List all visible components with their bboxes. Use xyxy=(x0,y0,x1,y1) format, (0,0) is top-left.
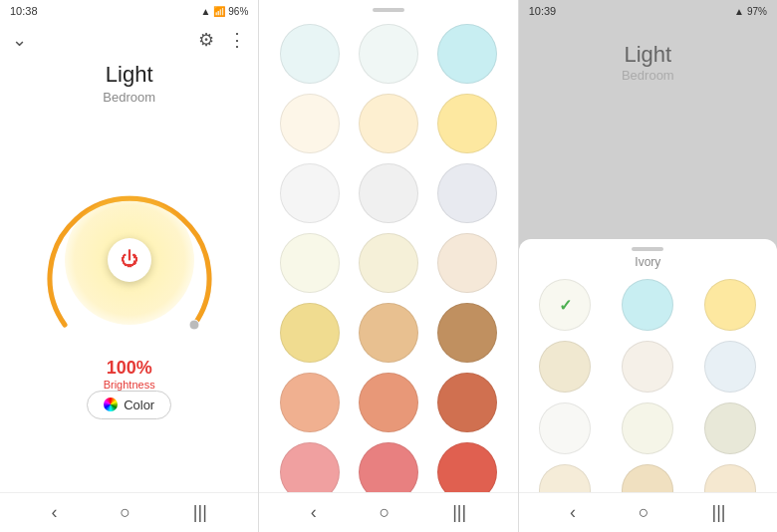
color-circle-p3-10[interactable] xyxy=(622,464,673,492)
bottom-nav-1: ‹ ○ ||| xyxy=(0,492,258,532)
color-circle-p3-11[interactable] xyxy=(704,464,756,492)
color-circle-p3-5[interactable] xyxy=(704,341,756,393)
color-circle-8[interactable] xyxy=(437,163,497,223)
panel3-color-grid: ✓ xyxy=(519,275,777,492)
color-circle-11[interactable] xyxy=(437,233,497,293)
color-grid xyxy=(259,16,517,492)
settings-icon[interactable]: ⚙ xyxy=(198,29,214,51)
ivory-label: Ivory xyxy=(519,255,777,275)
wifi-icon: ▲ xyxy=(200,6,210,17)
color-circle-1[interactable] xyxy=(359,24,418,84)
color-circle-p3-9[interactable] xyxy=(539,464,591,492)
brightness-container: ⏻ 100% Brightness Color xyxy=(0,107,258,492)
color-circle-2[interactable] xyxy=(437,24,497,84)
chevron-down-icon[interactable]: ⌄ xyxy=(12,29,27,51)
drag-bar-3 xyxy=(632,247,663,251)
color-circle-12[interactable] xyxy=(280,303,340,363)
color-circle-3[interactable] xyxy=(280,94,340,153)
nav-actions: ⚙ ⋮ xyxy=(198,29,246,51)
color-circle-0[interactable] xyxy=(280,24,340,84)
brightness-percent: 100% xyxy=(104,358,155,379)
color-button[interactable]: Color xyxy=(87,391,171,419)
panel3-title: Light xyxy=(624,42,671,68)
back-nav-icon[interactable]: ‹ xyxy=(51,502,57,523)
color-wheel-icon xyxy=(104,398,118,411)
color-circle-20[interactable] xyxy=(437,442,497,492)
color-circle-15[interactable] xyxy=(280,373,340,432)
brightness-circle-wrapper[interactable]: ⏻ xyxy=(40,170,219,350)
selected-checkmark: ✓ xyxy=(559,296,572,315)
drag-handle-3 xyxy=(519,239,777,255)
color-circle-9[interactable] xyxy=(280,233,340,293)
panel3: 10:39 ▲ 97% Light Bedroom Ivory ✓ ‹ ○ xyxy=(519,0,777,532)
color-circle-p3-6[interactable] xyxy=(539,402,591,454)
color-circle-10[interactable] xyxy=(359,233,418,293)
status-bar-1: 10:38 ▲ 📶 96% xyxy=(0,0,258,22)
home-nav-icon-2[interactable]: ○ xyxy=(380,502,390,523)
color-circle-16[interactable] xyxy=(359,373,418,432)
bottom-nav-2: ‹ ○ ||| xyxy=(259,492,517,532)
color-circle-5[interactable] xyxy=(437,94,497,153)
more-icon[interactable]: ⋮ xyxy=(228,29,246,51)
light-title: Light xyxy=(0,62,258,88)
panel1-title: Light Bedroom xyxy=(0,58,258,107)
color-circle-18[interactable] xyxy=(280,442,340,492)
color-circle-p3-0[interactable]: ✓ xyxy=(539,279,591,331)
svg-point-0 xyxy=(189,320,199,330)
recents-nav-icon-2[interactable]: ||| xyxy=(452,502,466,523)
panel3-top: Light Bedroom xyxy=(519,22,777,83)
back-nav-icon-3[interactable]: ‹ xyxy=(570,502,576,523)
home-nav-icon[interactable]: ○ xyxy=(120,502,130,523)
color-circle-7[interactable] xyxy=(359,163,418,223)
panel3-subtitle: Bedroom xyxy=(622,68,674,83)
wifi-icon-3: ▲ xyxy=(734,6,744,17)
panel2: ‹ ○ ||| xyxy=(259,0,517,532)
bottom-nav-3: ‹ ○ ||| xyxy=(519,492,777,532)
back-nav-icon-2[interactable]: ‹ xyxy=(311,502,317,523)
color-circle-p3-2[interactable] xyxy=(704,279,756,331)
recents-nav-icon[interactable]: ||| xyxy=(193,502,207,523)
color-circle-4[interactable] xyxy=(359,94,418,153)
color-circle-p3-3[interactable] xyxy=(539,341,591,393)
time-3: 10:39 xyxy=(529,5,557,17)
home-nav-icon-3[interactable]: ○ xyxy=(639,502,649,523)
panel3-header: Ivory xyxy=(519,239,777,275)
time-1: 10:38 xyxy=(10,5,38,17)
battery-icon-3: 97% xyxy=(747,6,767,17)
color-btn-label: Color xyxy=(124,398,154,412)
color-circle-13[interactable] xyxy=(359,303,418,363)
status-icons-1: ▲ 📶 96% xyxy=(200,6,248,17)
signal-icon: 📶 xyxy=(213,6,225,17)
brightness-label: 100% Brightness xyxy=(104,358,155,391)
panel3-card: Ivory ✓ ‹ ○ ||| xyxy=(519,239,777,532)
panel3-content: 10:39 ▲ 97% Light Bedroom Ivory ✓ ‹ ○ xyxy=(519,0,777,532)
status-bar-3: 10:39 ▲ 97% xyxy=(519,0,777,22)
nav-bar-1: ⌄ ⚙ ⋮ xyxy=(0,22,258,58)
brightness-text: Brightness xyxy=(104,379,155,391)
color-circle-6[interactable] xyxy=(280,163,340,223)
battery-icon: 96% xyxy=(228,6,248,17)
drag-bar-2 xyxy=(373,8,404,12)
color-circle-17[interactable] xyxy=(437,373,497,432)
light-subtitle: Bedroom xyxy=(0,90,258,105)
color-circle-p3-7[interactable] xyxy=(622,402,673,454)
power-button[interactable]: ⏻ xyxy=(108,238,151,282)
color-circle-p3-8[interactable] xyxy=(704,402,756,454)
recents-nav-icon-3[interactable]: ||| xyxy=(712,502,726,523)
panel1: 10:38 ▲ 📶 96% ⌄ ⚙ ⋮ Light Bedroom xyxy=(0,0,258,532)
color-circle-p3-1[interactable] xyxy=(622,279,673,331)
color-circle-19[interactable] xyxy=(359,442,418,492)
color-circle-14[interactable] xyxy=(437,303,497,363)
drag-handle-2 xyxy=(259,0,517,16)
color-circle-p3-4[interactable] xyxy=(622,341,673,393)
status-icons-3: ▲ 97% xyxy=(734,6,767,17)
power-icon: ⏻ xyxy=(121,249,138,270)
